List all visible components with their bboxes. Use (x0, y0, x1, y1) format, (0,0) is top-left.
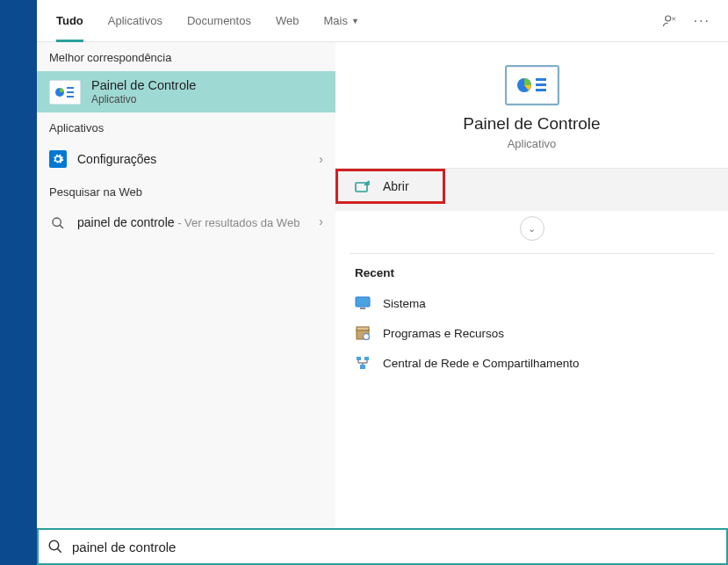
recent-item-rede[interactable]: Central de Rede e Compartilhamento (335, 348, 728, 378)
detail-pane: Painel de Controle Aplicativo Abrir ⌄ (335, 42, 728, 565)
svg-point-20 (49, 540, 59, 550)
open-icon (355, 180, 371, 192)
app-item-configuracoes[interactable]: Configurações › (37, 141, 335, 177)
detail-title: Painel de Controle (463, 114, 600, 134)
tab-aplicativos[interactable]: Aplicativos (96, 0, 175, 42)
search-icon (47, 539, 63, 554)
app-item-label: Configurações (77, 152, 308, 166)
search-icon (49, 214, 67, 232)
recent-item-label: Sistema (383, 297, 426, 310)
svg-line-21 (57, 548, 61, 553)
best-match-title: Painel de Controle (91, 78, 196, 92)
svg-rect-13 (360, 308, 365, 309)
recent-header: Recent (335, 263, 728, 288)
results-list: Melhor correspondência Painel de Control… (37, 42, 335, 565)
chevron-down-icon: ▼ (351, 17, 359, 25)
chevron-right-icon: › (319, 152, 323, 166)
recent-item-label: Programas e Recursos (383, 327, 504, 340)
tab-web[interactable]: Web (263, 0, 312, 42)
open-action[interactable]: Abrir (335, 169, 445, 204)
svg-rect-18 (364, 357, 369, 360)
svg-rect-3 (67, 91, 74, 93)
apps-header: Aplicativos (37, 112, 335, 141)
tab-tudo[interactable]: Tudo (44, 0, 96, 42)
svg-rect-9 (536, 83, 546, 86)
svg-point-5 (53, 218, 61, 226)
box-icon (355, 325, 371, 341)
chevron-right-icon: › (319, 214, 323, 228)
svg-rect-15 (357, 327, 369, 330)
control-panel-icon (49, 80, 81, 105)
tabs-bar: Tudo Aplicativos Documentos Web Mais▼ ··… (37, 0, 728, 42)
recent-item-programas[interactable]: Programas e Recursos (335, 318, 728, 348)
tab-mais[interactable]: Mais▼ (311, 0, 371, 42)
web-header: Pesquisar na Web (37, 177, 335, 206)
svg-rect-19 (360, 365, 365, 369)
svg-rect-2 (67, 87, 74, 89)
svg-rect-4 (67, 96, 74, 98)
expand-button[interactable]: ⌄ (520, 216, 544, 241)
web-item-label: painel de controle (77, 215, 175, 229)
svg-rect-10 (536, 89, 546, 91)
control-panel-icon-large (505, 65, 559, 105)
feedback-icon[interactable] (662, 13, 678, 29)
svg-rect-12 (356, 297, 370, 307)
best-match-header: Melhor correspondência (37, 42, 335, 71)
svg-line-6 (60, 225, 63, 228)
open-label: Abrir (383, 179, 409, 193)
recent-item-label: Central de Rede e Compartilhamento (383, 357, 580, 370)
more-icon[interactable]: ··· (694, 13, 710, 29)
search-bar[interactable] (37, 528, 728, 565)
svg-rect-8 (536, 78, 546, 81)
svg-point-16 (364, 334, 370, 340)
gear-icon (49, 150, 67, 168)
web-item[interactable]: painel de controle - Ver resultados da W… (37, 206, 335, 241)
tab-documentos[interactable]: Documentos (175, 0, 263, 42)
svg-point-0 (665, 16, 670, 21)
web-item-sub: - Ver resultados da Web (175, 216, 300, 229)
search-panel: Tudo Aplicativos Documentos Web Mais▼ ··… (37, 0, 728, 565)
detail-sub: Aplicativo (508, 137, 557, 150)
best-match-sub: Aplicativo (91, 93, 196, 105)
best-match-item[interactable]: Painel de Controle Aplicativo (37, 71, 335, 112)
network-icon (355, 355, 371, 371)
chevron-down-icon: ⌄ (528, 223, 536, 235)
search-input[interactable] (72, 540, 717, 554)
tabs-actions: ··· (662, 13, 721, 29)
recent-item-sistema[interactable]: Sistema (335, 288, 728, 318)
monitor-icon (355, 295, 371, 311)
svg-rect-17 (357, 357, 361, 360)
